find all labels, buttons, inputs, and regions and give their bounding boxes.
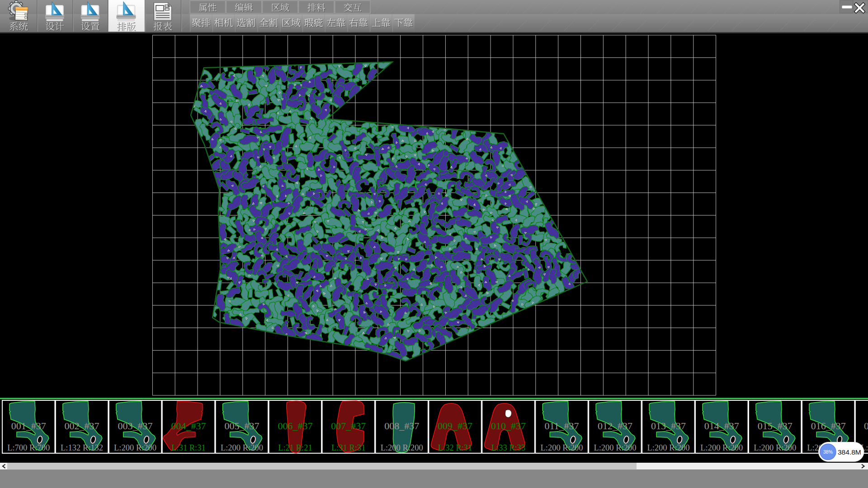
svg-text:007_#37: 007_#37 [331,420,366,432]
svg-text:L:200 R:200: L:200 R:200 [114,443,156,452]
svg-text:L:700 R:700: L:700 R:700 [7,443,50,452]
svg-text:38%: 38% [823,449,833,455]
svg-text:001_#37: 001_#37 [11,420,46,432]
svg-text:L:200 R:200: L:200 R:200 [754,443,796,452]
svg-text:002_#37: 002_#37 [65,420,99,432]
svg-text:009_#37: 009_#37 [438,420,472,432]
svg-text:010_#37: 010_#37 [491,420,526,432]
svg-text:L:200 R:200: L:200 R:200 [594,443,636,452]
svg-text:L:31 R:31: L:31 R:31 [171,443,206,452]
svg-text:016_#37: 016_#37 [811,420,846,432]
svg-text:011_#37: 011_#37 [544,420,579,432]
svg-text:003_#37: 003_#37 [118,420,153,432]
svg-text:L:200 R:200: L:200 R:200 [540,443,583,452]
svg-text:006_#37: 006_#37 [278,420,312,432]
svg-text:014_#37: 014_#37 [704,420,739,432]
svg-text:L:200 R:200: L:200 R:200 [647,443,689,452]
svg-text:013_#37: 013_#37 [651,420,686,432]
svg-text:0: 0 [864,420,868,432]
svg-text:384.8M: 384.8M [838,448,861,456]
svg-text:L:33 R:33: L:33 R:33 [491,443,526,452]
svg-text:005_#37: 005_#37 [224,420,259,432]
svg-text:L:31 R:31: L:31 R:31 [331,443,366,452]
svg-text:012_#37: 012_#37 [598,420,632,432]
svg-text:008_#37: 008_#37 [384,420,419,432]
svg-text:004_#37: 004_#37 [171,420,206,432]
svg-text:L:200 R:200: L:200 R:200 [700,443,743,452]
svg-text:L:32 R:31: L:32 R:31 [438,443,472,452]
svg-text:015_#37: 015_#37 [758,420,793,432]
svg-text:L:200 R:200: L:200 R:200 [381,443,423,452]
svg-text:L:200 R:200: L:200 R:200 [221,443,263,452]
svg-text:L:132 R:132: L:132 R:132 [61,443,103,452]
svg-text:L:21 R:21: L:21 R:21 [278,443,312,452]
